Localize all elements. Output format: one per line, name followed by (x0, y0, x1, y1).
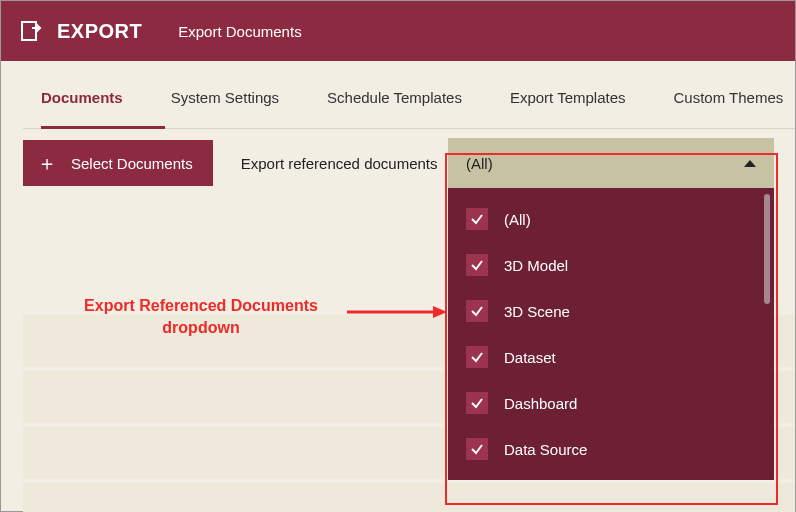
export-referenced-dropdown: (All) (All) 3D Model 3D Scene (448, 138, 774, 480)
dropdown-option-dataset[interactable]: Dataset (448, 334, 774, 380)
bg-row (23, 483, 795, 512)
toolbar: ＋ Select Documents Export referenced doc… (1, 120, 795, 186)
dropdown-selected-value: (All) (466, 155, 493, 172)
svg-marker-2 (433, 306, 447, 318)
dropdown-option-label: (All) (504, 211, 531, 228)
annotation-line1: Export Referenced Documents (84, 297, 318, 314)
dropdown-option-label: Dashboard (504, 395, 577, 412)
plus-icon: ＋ (37, 153, 57, 173)
chevron-up-icon (744, 160, 756, 167)
tab-export-templates[interactable]: Export Templates (510, 89, 626, 120)
header-subtitle: Export Documents (178, 23, 301, 40)
dropdown-option-dashboard[interactable]: Dashboard (448, 380, 774, 426)
checkbox-checked-icon (466, 346, 488, 368)
checkbox-checked-icon (466, 254, 488, 276)
dropdown-option-data-source[interactable]: Data Source (448, 426, 774, 472)
tab-documents[interactable]: Documents (41, 89, 123, 120)
checkbox-checked-icon (466, 438, 488, 460)
header-title: EXPORT (57, 20, 142, 43)
dropdown-option-3d-model[interactable]: 3D Model (448, 242, 774, 288)
tab-system-settings[interactable]: System Settings (171, 89, 279, 120)
select-documents-label: Select Documents (71, 155, 193, 172)
annotation-text: Export Referenced Documents dropdown (61, 295, 341, 338)
annotation-arrow-icon (347, 304, 447, 324)
dropdown-option-3d-scene[interactable]: 3D Scene (448, 288, 774, 334)
dropdown-option-label: 3D Scene (504, 303, 570, 320)
dropdown-option-all[interactable]: (All) (448, 196, 774, 242)
dropdown-option-label: Dataset (504, 349, 556, 366)
export-referenced-label: Export referenced documents (241, 155, 438, 172)
export-icon (19, 19, 43, 43)
content-area: Documents System Settings Schedule Templ… (1, 61, 795, 186)
dropdown-panel: (All) 3D Model 3D Scene Dataset (448, 188, 774, 480)
dropdown-toggle[interactable]: (All) (448, 138, 774, 188)
checkbox-checked-icon (466, 392, 488, 414)
annotation-line2: dropdown (162, 319, 239, 336)
scrollbar-thumb[interactable] (764, 194, 770, 304)
tab-custom-themes[interactable]: Custom Themes (674, 89, 784, 120)
checkbox-checked-icon (466, 208, 488, 230)
tab-bar: Documents System Settings Schedule Templ… (1, 61, 795, 120)
svg-rect-0 (22, 22, 36, 40)
dropdown-option-label: 3D Model (504, 257, 568, 274)
app-header: EXPORT Export Documents (1, 1, 795, 61)
checkbox-checked-icon (466, 300, 488, 322)
dropdown-option-label: Data Source (504, 441, 587, 458)
tab-schedule-templates[interactable]: Schedule Templates (327, 89, 462, 120)
select-documents-button[interactable]: ＋ Select Documents (23, 140, 213, 186)
